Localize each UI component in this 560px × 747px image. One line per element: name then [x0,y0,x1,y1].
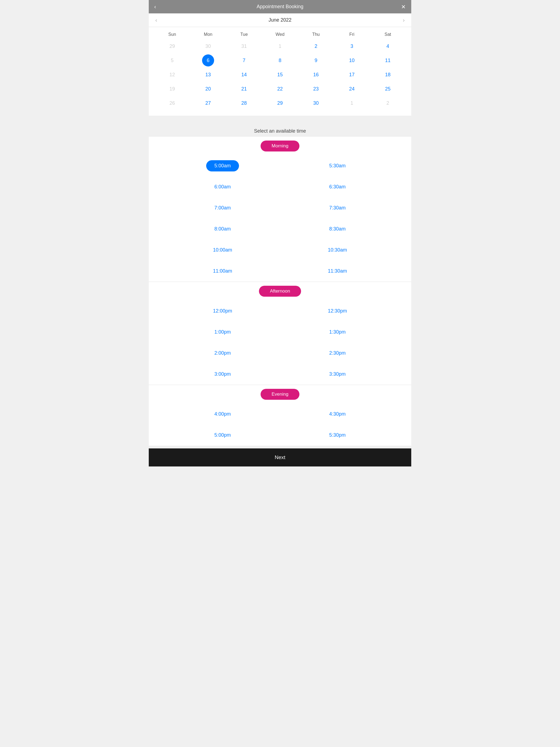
time-slot[interactable]: 11:30am [321,265,354,277]
calendar-day: 30 [202,40,214,52]
calendar-day: 12 [166,69,178,81]
calendar-day: 2 [382,97,394,109]
calendar-day: 29 [166,40,178,52]
prev-month-button[interactable]: ‹ [152,16,161,24]
calendar-day-header: Thu [298,30,334,39]
time-row: 5:00pm5:30pm [149,424,411,446]
time-slot[interactable]: 7:00am [206,202,239,213]
time-slot[interactable]: 1:00pm [206,327,239,338]
calendar-day-header: Sun [154,30,190,39]
calendar-day[interactable]: 2 [310,40,322,52]
back-button[interactable]: ‹ [152,2,159,11]
afternoon-rows: 12:00pm12:30pm1:00pm1:30pm2:00pm2:30pm3:… [149,301,411,385]
calendar: SunMonTueWedThuFriSat 293031123456789101… [149,27,411,115]
time-row: 10:00am10:30am [149,239,411,261]
bottom-bar[interactable]: Next [149,448,411,466]
calendar-header-row: SunMonTueWedThuFriSat [154,30,406,39]
time-slot[interactable]: 10:00am [206,244,239,256]
time-slot[interactable]: 8:00am [206,223,239,235]
time-slot[interactable]: 5:30am [321,160,354,172]
morning-badge: Morning [261,140,299,152]
calendar-day[interactable]: 13 [202,69,214,81]
calendar-day-header: Sat [370,30,406,39]
calendar-day: 1 [274,40,286,52]
calendar-day[interactable]: 21 [238,83,250,95]
evening-rows: 4:00pm4:30pm5:00pm5:30pm [149,404,411,446]
evening-badge: Evening [261,389,299,400]
time-row: 3:00pm3:30pm [149,364,411,385]
calendar-day-header: Wed [262,30,298,39]
calendar-day[interactable]: 24 [346,83,358,95]
time-slot[interactable]: 3:00pm [206,368,239,380]
time-row: 7:00am7:30am [149,198,411,218]
time-slot[interactable]: 5:00pm [206,430,239,441]
time-slot[interactable]: 11:00am [206,265,239,277]
month-title: June 2022 [269,17,291,23]
calendar-day[interactable]: 7 [238,54,250,67]
calendar-day[interactable]: 8 [274,54,286,67]
calendar-day[interactable]: 22 [274,83,286,95]
calendar-day[interactable]: 3 [346,40,358,52]
calendar-day[interactable]: 28 [238,97,250,109]
time-row: 4:00pm4:30pm [149,404,411,424]
calendar-day[interactable]: 27 [202,97,214,109]
calendar-day-header: Fri [334,30,370,39]
time-slot[interactable]: 2:30pm [321,347,354,359]
time-slot[interactable]: 12:30pm [321,305,354,317]
calendar-day: 26 [166,97,178,109]
time-row: 6:00am6:30am [149,176,411,198]
time-row: 12:00pm12:30pm [149,301,411,321]
calendar-day: 19 [166,83,178,95]
calendar-day[interactable]: 20 [202,83,214,95]
calendar-days-grid: 2930311234567891011121314151617181920212… [154,39,406,110]
morning-rows: 5:00am5:30am6:00am6:30am7:00am7:30am8:00… [149,155,411,282]
calendar-day[interactable]: 23 [310,83,322,95]
time-slot[interactable]: 12:00pm [206,305,239,317]
app-title: Appointment Booking [256,4,303,9]
calendar-day[interactable]: 16 [310,69,322,81]
time-row: 11:00am11:30am [149,261,411,282]
top-bar: ‹ Appointment Booking ✕ [149,0,411,14]
calendar-day[interactable]: 6 [202,54,214,67]
month-nav: ‹ June 2022 › [149,14,411,27]
calendar-day[interactable]: 15 [274,69,286,81]
calendar-day[interactable]: 11 [382,54,394,67]
calendar-day: 31 [238,40,250,52]
calendar-day[interactable]: 4 [382,40,394,52]
time-slot[interactable]: 4:30pm [321,409,354,420]
time-row: 5:00am5:30am [149,155,411,176]
calendar-day[interactable]: 25 [382,83,394,95]
time-slot[interactable]: 5:00am [206,160,239,172]
calendar-day[interactable]: 14 [238,69,250,81]
select-time-label: Select an available time [149,122,411,137]
calendar-day-header: Mon [190,30,226,39]
close-button[interactable]: ✕ [399,2,408,11]
afternoon-badge: Afternoon [259,286,301,297]
time-slot[interactable]: 7:30am [321,202,354,213]
afternoon-header: Afternoon [149,282,411,301]
calendar-day[interactable]: 10 [346,54,358,67]
calendar-day-header: Tue [226,30,262,39]
time-slot[interactable]: 2:00pm [206,347,239,359]
morning-header: Morning [149,137,411,155]
calendar-day[interactable]: 30 [310,97,322,109]
time-row: 8:00am8:30am [149,218,411,239]
next-month-button[interactable]: › [399,16,408,24]
time-slot[interactable]: 4:00pm [206,409,239,420]
time-slot[interactable]: 8:30am [321,223,354,235]
calendar-day[interactable]: 29 [274,97,286,109]
time-slot[interactable]: 10:30am [321,244,354,256]
time-slot[interactable]: 6:00am [206,181,239,192]
time-slot[interactable]: 6:30am [321,181,354,192]
time-row: 2:00pm2:30pm [149,343,411,364]
time-slot[interactable]: 1:30pm [321,327,354,338]
calendar-day[interactable]: 9 [310,54,322,67]
calendar-day: 5 [166,54,178,67]
next-label: Next [275,455,285,460]
time-row: 1:00pm1:30pm [149,321,411,343]
evening-header: Evening [149,385,411,404]
calendar-day[interactable]: 17 [346,69,358,81]
calendar-day[interactable]: 18 [382,69,394,81]
time-slot[interactable]: 5:30pm [321,430,354,441]
time-slot[interactable]: 3:30pm [321,368,354,380]
